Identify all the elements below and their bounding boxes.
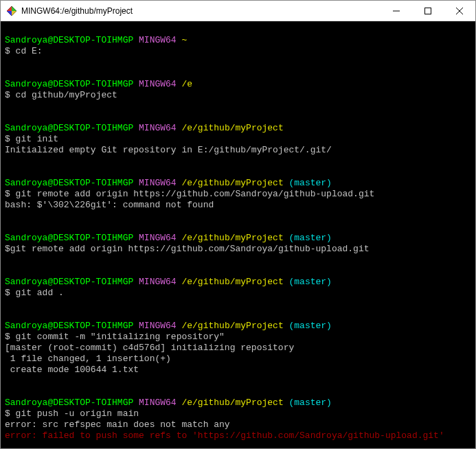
prompt-userhost: Sandroya@DESKTOP-TOIHMGP [5,233,133,243]
prompt-shell: MINGW64 [139,398,177,408]
terminal-block: Sandroya@DESKTOP-TOIHMGP MINGW64 /e $ cd… [5,79,471,101]
prompt-shell: MINGW64 [139,79,177,89]
prompt-shell: MINGW64 [139,123,177,133]
svg-rect-6 [425,8,431,14]
svg-marker-1 [7,6,12,11]
output-line: create mode 100644 1.txt [5,365,139,375]
prompt-path: /e [181,79,192,89]
command-line: $ git push -u origin main [5,408,139,419]
window-controls [381,1,475,21]
prompt-shell: MINGW64 [139,35,177,45]
prompt-userhost: Sandroya@DESKTOP-TOIHMGP [5,123,133,133]
terminal-block: Sandroya@DESKTOP-TOIHMGP MINGW64 /e/gith… [5,398,471,441]
command-line: $ cd E: [5,46,43,56]
prompt-userhost: Sandroya@DESKTOP-TOIHMGP [5,277,133,287]
app-icon [6,5,17,16]
window-frame: MINGW64:/e/github/myProject Sandroya@DES… [0,0,476,449]
prompt-branch: (master) [289,277,332,287]
prompt-shell: MINGW64 [139,277,177,287]
titlebar[interactable]: MINGW64:/e/github/myProject [1,1,475,21]
minimize-button[interactable] [381,1,412,21]
output-line: Initialized empty Git repository in E:/g… [5,145,332,155]
prompt-shell: MINGW64 [139,233,177,243]
prompt-path: /e/github/myProject [181,398,283,408]
terminal-block: Sandroya@DESKTOP-TOIHMGP MINGW64 /e/gith… [5,178,471,211]
prompt-branch: (master) [289,178,332,188]
terminal-block: Sandroya@DESKTOP-TOIHMGP MINGW64 /e/gith… [5,233,471,255]
error-line: error: failed to push some refs to 'http… [5,430,444,441]
prompt-path: /e/github/myProject [181,321,283,331]
close-icon [456,8,463,14]
prompt-branch: (master) [289,398,332,408]
terminal-block: Sandroya@DESKTOP-TOIHMGP MINGW64 ~ $ cd … [5,35,471,57]
prompt-shell: MINGW64 [139,178,177,188]
command-line: $ git commit -m "initializing repository… [5,332,225,342]
terminal-area[interactable]: Sandroya@DESKTOP-TOIHMGP MINGW64 ~ $ cd … [1,21,475,448]
window-title: MINGW64:/e/github/myProject [21,6,381,16]
prompt-path: /e/github/myProject [181,123,283,133]
close-button[interactable] [444,1,475,21]
maximize-button[interactable] [412,1,444,21]
prompt-path: ~ [181,35,187,45]
prompt-shell: MINGW64 [139,321,177,331]
output-line: bash: $'\302\226git': command not found [5,200,214,210]
output-line: [master (root-commit) c4d576d] initializ… [5,343,294,353]
prompt-path: /e/github/myProject [181,277,283,287]
error-line: error: src refspec main does not match a… [5,419,230,430]
prompt-branch: (master) [289,233,332,243]
command-line: $ cd github/myProject [5,90,117,100]
maximize-icon [424,8,431,14]
svg-marker-4 [12,11,16,16]
prompt-userhost: Sandroya@DESKTOP-TOIHMGP [5,398,133,408]
command-line: $git remote add origin https://github.co… [5,244,370,254]
prompt-path: /e/github/myProject [181,178,283,188]
prompt-userhost: Sandroya@DESKTOP-TOIHMGP [5,35,133,45]
prompt-branch: (master) [289,321,332,331]
terminal-block: Sandroya@DESKTOP-TOIHMGP MINGW64 /e/gith… [5,123,471,156]
terminal-block: Sandroya@DESKTOP-TOIHMGP MINGW64 /e/gith… [5,321,471,376]
command-line: $ git remote add origin https://github.c… [5,189,374,199]
prompt-userhost: Sandroya@DESKTOP-TOIHMGP [5,178,133,188]
command-line: $ git init [5,134,58,144]
prompt-userhost: Sandroya@DESKTOP-TOIHMGP [5,321,133,331]
command-line: $ git add . [5,288,64,298]
output-line: 1 file changed, 1 insertion(+) [5,354,171,364]
minimize-icon [393,8,400,14]
prompt-userhost: Sandroya@DESKTOP-TOIHMGP [5,79,133,89]
terminal-block: Sandroya@DESKTOP-TOIHMGP MINGW64 /e/gith… [5,277,471,299]
prompt-path: /e/github/myProject [181,233,283,243]
